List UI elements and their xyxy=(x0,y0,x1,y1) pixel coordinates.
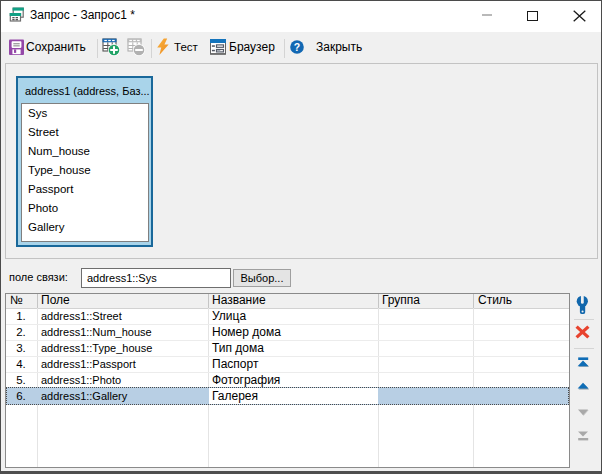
svg-text:?: ? xyxy=(294,41,300,53)
